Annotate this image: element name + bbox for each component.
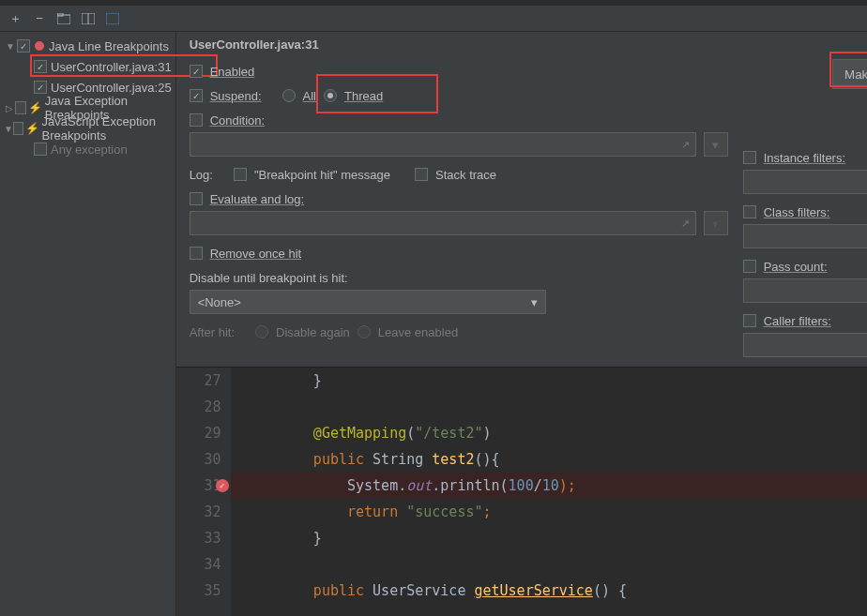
gutter-line[interactable]: 30 xyxy=(176,446,221,473)
log-label: Log: xyxy=(190,168,213,182)
enabled-label: Enabled xyxy=(210,65,255,79)
checkbox[interactable] xyxy=(15,101,26,114)
view-icon[interactable] xyxy=(105,11,120,26)
disable-again-radio[interactable] xyxy=(255,325,268,338)
caller-filters-label: Caller filters: xyxy=(764,314,831,328)
condition-label: Condition: xyxy=(210,113,266,128)
checkbox[interactable] xyxy=(34,143,47,156)
code-line: public String test2(){ xyxy=(246,446,867,473)
after-hit-label: After hit: xyxy=(190,325,235,339)
condition-checkbox[interactable] xyxy=(190,113,203,127)
breakpoint-gutter-icon[interactable] xyxy=(216,479,229,492)
bp-hit-checkbox[interactable] xyxy=(234,168,247,181)
eval-log-input[interactable]: ↗ xyxy=(190,211,696,235)
gutter-line-bp[interactable]: 31 xyxy=(176,473,221,499)
enabled-checkbox[interactable] xyxy=(190,65,203,78)
eval-log-checkbox[interactable] xyxy=(190,192,203,205)
eval-log-label: Evaluate and log: xyxy=(210,192,304,206)
group-label: Java Line Breakpoints xyxy=(49,39,169,53)
pass-count-input[interactable] xyxy=(743,278,867,303)
checkbox[interactable] xyxy=(34,81,47,94)
bp-hit-label: "Breakpoint hit" message xyxy=(254,168,390,182)
code-preview: 27 28 29 30 31 32 33 34 35 } @GetMapping… xyxy=(176,367,867,616)
code-line: public UserService getUserService() { xyxy=(246,578,867,604)
all-label: All xyxy=(303,89,316,103)
tree-group-java-line[interactable]: ▼ Java Line Breakpoints xyxy=(0,36,175,56)
disable-until-label: Disable until breakpoint is hit: xyxy=(190,271,348,285)
stack-trace-label: Stack trace xyxy=(435,168,496,182)
class-filters-label: Class filters: xyxy=(764,205,830,219)
tree-item-any-exception[interactable]: Any exception xyxy=(0,139,175,159)
suspend-thread-radio[interactable] xyxy=(324,89,337,102)
add-icon[interactable]: ＋ xyxy=(8,11,23,26)
instance-filters-checkbox[interactable] xyxy=(743,151,756,164)
dropdown-value: <None> xyxy=(198,295,241,309)
gutter-line[interactable]: 35 xyxy=(176,578,221,604)
gutter-line[interactable]: 27 xyxy=(176,368,221,394)
folder-icon[interactable] xyxy=(56,11,71,26)
chevron-down-icon: ▾ xyxy=(531,295,538,309)
code-line: } xyxy=(246,525,867,551)
breakpoint-title: UserController.java:31 xyxy=(190,38,867,52)
class-filters-checkbox[interactable] xyxy=(743,205,756,218)
eval-log-dropdown-btn[interactable]: ▾ xyxy=(704,211,728,235)
gutter-line[interactable]: 32 xyxy=(176,499,221,525)
breakpoint-detail-panel: UserController.java:31 Enabled Suspend: … xyxy=(176,32,867,367)
gutter-line[interactable]: 28 xyxy=(176,394,221,420)
leave-enabled-radio[interactable] xyxy=(357,325,371,338)
expand-arrow-icon[interactable]: ▷ xyxy=(4,103,15,113)
remove-once-label: Remove once hit xyxy=(210,247,302,261)
make-default-button[interactable]: Make Default xyxy=(832,59,867,89)
code-line: return "success"; xyxy=(246,499,867,525)
group-icon[interactable] xyxy=(81,11,96,26)
condition-input[interactable]: ↗ xyxy=(190,132,696,157)
gutter-line[interactable]: 29 xyxy=(176,420,221,446)
gutter: 27 28 29 30 31 32 33 34 35 xyxy=(176,368,231,616)
checkbox[interactable] xyxy=(13,122,23,135)
instance-filters-input[interactable] xyxy=(743,170,867,194)
expand-arrow-icon[interactable]: ▼ xyxy=(4,41,17,52)
caller-filters-input[interactable]: 🗀 xyxy=(743,333,867,357)
leave-enabled-label: Leave enabled xyxy=(378,325,458,339)
tree-item-uc31[interactable]: UserController.java:31 xyxy=(0,56,175,77)
exception-icon: ⚡ xyxy=(30,102,41,113)
pass-count-checkbox[interactable] xyxy=(743,260,756,273)
expand-icon[interactable]: ↗ xyxy=(681,139,690,151)
code-line: @GetMapping("/test2") xyxy=(246,420,867,446)
suspend-checkbox[interactable] xyxy=(190,89,203,102)
gutter-line[interactable]: 33 xyxy=(176,525,221,551)
item-label: Any exception xyxy=(51,143,128,157)
suspend-all-radio[interactable] xyxy=(282,89,296,102)
code-line-breakpoint: System.out.println(100/10); xyxy=(231,473,867,499)
disable-until-dropdown[interactable]: <None> ▾ xyxy=(190,290,546,314)
exception-icon: ⚡ xyxy=(27,123,38,134)
instance-filters-label: Instance filters: xyxy=(764,151,845,165)
code-line xyxy=(246,551,867,578)
code-line xyxy=(246,394,867,420)
thread-label: Thread xyxy=(344,89,383,103)
suspend-label: Suspend: xyxy=(210,89,262,103)
condition-dropdown-btn[interactable]: ▾ xyxy=(704,132,728,157)
svg-rect-4 xyxy=(106,13,119,24)
gutter-line[interactable]: 34 xyxy=(176,551,221,578)
breakpoint-icon xyxy=(34,40,45,52)
expand-icon[interactable]: ↗ xyxy=(681,218,690,230)
checkbox[interactable] xyxy=(17,39,30,53)
code-line: } xyxy=(246,368,867,394)
checkbox[interactable] xyxy=(34,60,47,73)
remove-icon[interactable]: − xyxy=(32,11,47,26)
stack-trace-checkbox[interactable] xyxy=(415,168,428,181)
caller-filters-checkbox[interactable] xyxy=(743,314,756,327)
pass-count-label: Pass count: xyxy=(764,260,828,274)
item-label: UserController.java:25 xyxy=(51,81,172,95)
breakpoints-toolbar: ＋ − xyxy=(0,6,867,32)
class-filters-input[interactable]: 🗀 xyxy=(743,224,867,248)
breakpoints-tree: ▼ Java Line Breakpoints UserController.j… xyxy=(0,32,176,616)
code-lines[interactable]: } @GetMapping("/test2") public String te… xyxy=(231,368,867,616)
disable-again-label: Disable again xyxy=(276,325,350,339)
item-label: UserController.java:31 xyxy=(51,60,172,74)
expand-arrow-icon[interactable]: ▼ xyxy=(4,124,13,134)
remove-once-checkbox[interactable] xyxy=(190,247,203,260)
tree-group-js-exception[interactable]: ▼ ⚡ JavaScript Exception Breakpoints xyxy=(0,118,175,139)
